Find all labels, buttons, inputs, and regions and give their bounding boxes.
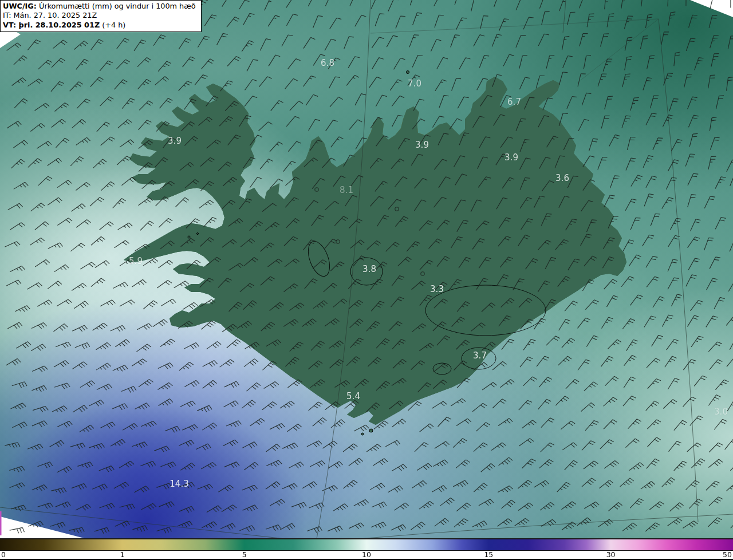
colorbar-tick: 1 (120, 551, 124, 558)
wind-barb (516, 119, 526, 131)
wind-barb (222, 239, 237, 247)
wind-barb (621, 277, 634, 287)
wind-barb (376, 136, 388, 146)
wind-barb (478, 177, 491, 188)
wind-barb (555, 239, 569, 250)
wind-barb (622, 74, 630, 87)
wind-barb (31, 344, 46, 351)
wind-barb (709, 443, 723, 452)
wind-barb (244, 462, 258, 470)
wind-barb (708, 459, 723, 467)
wind-barb (457, 302, 470, 312)
wind-barb (610, 176, 620, 188)
wind-barb (582, 441, 596, 451)
wind-barb (344, 155, 355, 167)
wind-barb (559, 113, 568, 126)
wind-barb (265, 222, 279, 230)
wind-barb (371, 301, 384, 311)
wind-barb (498, 419, 513, 426)
wind-barb (140, 221, 153, 230)
wind-barb (5, 242, 20, 247)
wind-barb (217, 33, 228, 45)
wind-barb (52, 406, 68, 412)
wind-barb (434, 282, 447, 291)
wind-barb (366, 403, 380, 412)
wind-barb (27, 79, 42, 86)
wind-barb (663, 400, 677, 409)
wind-barb (132, 442, 147, 448)
wind-barb (496, 275, 508, 286)
wind-barb (640, 36, 648, 49)
wind-barb (589, 139, 597, 151)
wind-barb (502, 178, 514, 188)
wind-barb (179, 81, 192, 91)
wind-barb (200, 157, 214, 166)
wind-barb (179, 482, 195, 488)
wind-barb (302, 319, 316, 327)
wind-barb (648, 379, 661, 389)
wind-barb (716, 96, 724, 109)
wind-barb (76, 504, 91, 511)
wind-barb (538, 34, 549, 46)
calm-wind-circle (395, 207, 399, 211)
wind-barb (398, 138, 409, 149)
wind-barb (154, 446, 170, 452)
product-title: Úrkomumætti (mm) og vindur i 100m hæð (37, 2, 196, 10)
wind-barb (27, 444, 43, 450)
wind-barb (333, 504, 348, 511)
wind-barb (325, 402, 340, 410)
wind-barb (140, 462, 155, 468)
wind-barb (10, 266, 25, 272)
wind-barb (76, 59, 89, 69)
wind-barb (608, 502, 622, 511)
wind-barb (99, 466, 115, 472)
wind-barb (31, 385, 46, 392)
wind-barb (625, 439, 639, 448)
wind-barb (37, 141, 52, 148)
wind-barb (419, 502, 434, 510)
wind-barb (14, 98, 27, 108)
wind-barb (456, 460, 470, 468)
wind-barb (260, 39, 270, 51)
wind-barb (437, 257, 450, 267)
wind-barb (51, 81, 64, 91)
wind-barb (267, 259, 282, 267)
wind-barb (434, 197, 446, 207)
wind-barb (349, 300, 362, 309)
wind-barb (258, 122, 272, 131)
wind-barb (330, 97, 343, 107)
wind-barb (288, 141, 301, 152)
wind-barb (501, 95, 511, 107)
wind-barb (516, 0, 526, 10)
wind-barb (419, 220, 432, 230)
colorbar-tick: 5 (242, 551, 247, 558)
wind-barb (523, 377, 537, 386)
wind-barb (407, 242, 420, 251)
wind-barb (420, 424, 434, 432)
wind-barb (262, 203, 277, 211)
wind-barb (56, 342, 71, 348)
wind-barb (207, 506, 222, 512)
wind-barb (305, 200, 318, 211)
wind-barb (440, 498, 455, 506)
wind-barb (389, 322, 403, 331)
wind-barb (581, 234, 592, 246)
wind-barb (651, 96, 659, 108)
wind-barb (689, 133, 697, 147)
wind-barb (544, 299, 556, 310)
wind-barb (159, 218, 172, 227)
wind-barb (662, 478, 675, 487)
wind-barb (604, 279, 617, 289)
wind-barb (280, 523, 295, 530)
wind-barb (160, 339, 175, 347)
wind-barb (414, 200, 426, 211)
wind-barb (452, 317, 465, 327)
wind-barb (116, 60, 129, 69)
wind-barb (182, 122, 195, 131)
wind-barb (157, 382, 172, 389)
wind-barb (38, 176, 52, 186)
wind-barb (287, 380, 302, 388)
wind-barb (457, 220, 468, 232)
calm-wind-circle (336, 240, 340, 243)
wind-barb (498, 458, 513, 466)
